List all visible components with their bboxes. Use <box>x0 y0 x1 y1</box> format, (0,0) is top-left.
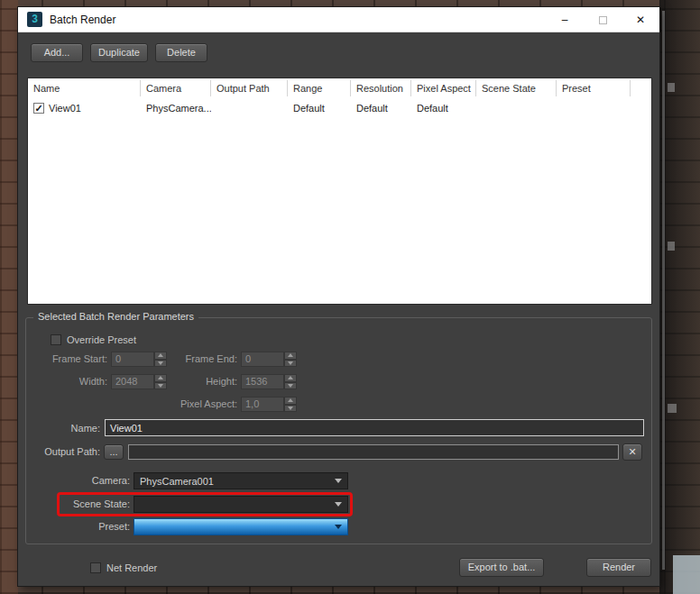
camera-dropdown[interactable]: PhysCamera001 <box>134 472 348 489</box>
views-table: Name Camera Output Path Range Resolution… <box>27 78 652 305</box>
chevron-down-icon <box>335 502 342 507</box>
spinner-down-button[interactable] <box>284 382 297 390</box>
maximize-button[interactable] <box>584 7 622 32</box>
override-preset-label: Override Preset <box>67 333 175 348</box>
row-name-label: View01 <box>49 103 81 114</box>
pixel-aspect-value[interactable]: 1,0 <box>241 397 284 412</box>
app-icon-glyph: 3 <box>32 13 38 25</box>
column-header-preset[interactable]: Preset <box>557 80 631 96</box>
spinner-up-icon <box>288 398 293 402</box>
cell-pixel-aspect[interactable]: Default <box>411 103 476 114</box>
maximize-icon <box>599 16 607 24</box>
background-artifact <box>668 404 677 413</box>
frame-end-arrows[interactable] <box>284 352 297 367</box>
spinner-down-button[interactable] <box>284 360 297 368</box>
name-field[interactable]: View01 <box>105 419 644 436</box>
background-app-sliver <box>659 0 700 594</box>
frame-end-label: Frame End: <box>147 352 237 367</box>
net-render-checkbox[interactable] <box>90 562 101 573</box>
height-value[interactable]: 1536 <box>241 374 284 389</box>
close-button[interactable]: ✕ <box>622 7 659 32</box>
column-header-spacer <box>631 80 651 96</box>
camera-label: Camera: <box>26 473 130 489</box>
spinner-up-icon <box>288 376 293 379</box>
net-render-label: Net Render <box>106 562 157 574</box>
delete-button[interactable]: Delete <box>155 43 207 62</box>
background-viewport-patch <box>673 555 700 594</box>
name-field-value: View01 <box>110 423 143 434</box>
duplicate-button[interactable]: Duplicate <box>90 43 148 62</box>
desktop-background: 3 Batch Render – ✕ Add... Duplicate Dele… <box>0 0 700 594</box>
spinner-down-icon <box>288 384 293 388</box>
camera-dropdown-value: PhysCamera001 <box>140 476 214 487</box>
output-path-browse-button[interactable]: ... <box>104 444 124 460</box>
scene-state-dropdown[interactable] <box>134 496 348 513</box>
table-row[interactable]: ✓ View01 PhysCamera... Default Default D… <box>28 98 651 117</box>
chevron-down-icon <box>335 525 342 529</box>
spinner-down-button[interactable] <box>284 405 297 413</box>
column-header-scene-state[interactable]: Scene State <box>476 80 557 96</box>
frame-end-spinner[interactable]: 0 <box>241 352 297 367</box>
spinner-up-button[interactable] <box>284 397 297 405</box>
table-header-row: Name Camera Output Path Range Resolution… <box>28 78 651 98</box>
parameters-group: Selected Batch Render Parameters Overrid… <box>25 317 652 544</box>
column-header-pixel-aspect[interactable]: Pixel Aspect <box>411 80 476 96</box>
column-header-output-path[interactable]: Output Path <box>211 80 288 96</box>
output-path-label: Output Path: <box>26 444 100 460</box>
minimize-icon: – <box>562 14 568 26</box>
close-icon: ✕ <box>636 14 645 26</box>
spinner-down-icon <box>288 407 293 410</box>
cell-camera[interactable]: PhysCamera... <box>141 103 211 114</box>
spinner-up-button[interactable] <box>284 352 297 360</box>
export-to-bat-button[interactable]: Export to .bat... <box>459 558 544 577</box>
background-artifact <box>668 242 675 251</box>
brick-wall-left <box>0 0 18 594</box>
window-title: Batch Render <box>50 14 115 26</box>
name-label: Name: <box>26 421 100 436</box>
cell-range[interactable]: Default <box>288 103 351 114</box>
batch-render-dialog: 3 Batch Render – ✕ Add... Duplicate Dele… <box>18 7 659 586</box>
cell-resolution[interactable]: Default <box>351 103 411 114</box>
scene-state-label: Scene State: <box>26 497 130 512</box>
preset-label: Preset: <box>26 519 130 535</box>
preset-dropdown[interactable] <box>134 518 348 535</box>
titlebar[interactable]: 3 Batch Render – ✕ <box>18 7 659 32</box>
column-header-name[interactable]: Name <box>28 80 141 96</box>
background-artifact <box>668 83 675 92</box>
column-header-resolution[interactable]: Resolution <box>351 80 411 96</box>
width-label: Width: <box>26 374 107 389</box>
render-button[interactable]: Render <box>586 558 651 577</box>
add-button[interactable]: Add... <box>31 43 83 62</box>
pixel-aspect-spinner[interactable]: 1,0 <box>241 397 297 412</box>
override-preset-checkbox[interactable] <box>51 334 61 345</box>
spinner-up-icon <box>288 353 293 357</box>
column-header-camera[interactable]: Camera <box>141 80 211 96</box>
frame-end-value[interactable]: 0 <box>241 352 284 367</box>
output-path-clear-button[interactable]: ✕ <box>622 443 642 461</box>
output-path-field[interactable] <box>128 444 619 460</box>
spinner-up-button[interactable] <box>284 374 297 382</box>
app-icon: 3 <box>27 12 42 27</box>
height-arrows[interactable] <box>284 374 297 389</box>
cell-name[interactable]: ✓ View01 <box>28 103 141 114</box>
column-header-range[interactable]: Range <box>288 80 351 96</box>
background-edge-line <box>662 11 665 570</box>
parameters-group-title: Selected Batch Render Parameters <box>33 311 198 322</box>
pixel-aspect-arrows[interactable] <box>284 397 297 412</box>
chevron-down-icon <box>335 479 342 483</box>
pixel-aspect-label: Pixel Aspect: <box>147 397 237 412</box>
height-label: Height: <box>147 374 237 389</box>
frame-start-label: Frame Start: <box>26 352 107 367</box>
row-enabled-checkbox[interactable]: ✓ <box>33 103 44 114</box>
spinner-down-icon <box>288 361 293 365</box>
minimize-button[interactable]: – <box>546 7 584 32</box>
height-spinner[interactable]: 1536 <box>241 374 297 389</box>
